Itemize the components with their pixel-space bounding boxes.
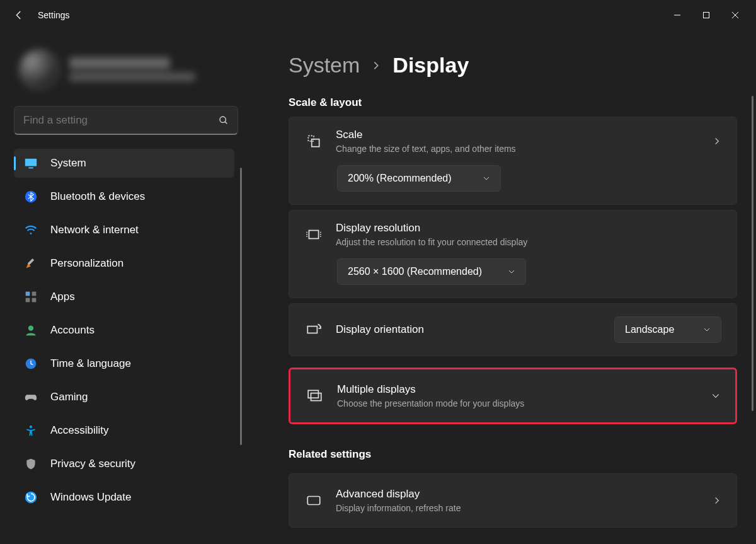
sidebar: System Bluetooth & devices Network & int… bbox=[0, 30, 252, 544]
card-multiple-displays[interactable]: Multiple displays Choose the presentatio… bbox=[289, 367, 737, 424]
svg-rect-19 bbox=[312, 139, 319, 147]
sidebar-item-label: Windows Update bbox=[50, 491, 226, 504]
card-advanced-display[interactable]: Advanced display Display information, re… bbox=[289, 473, 737, 528]
paintbrush-icon bbox=[24, 257, 38, 270]
orientation-dropdown[interactable]: Landscape bbox=[614, 316, 721, 343]
card-orientation: Display orientation Landscape bbox=[289, 303, 737, 356]
card-subtitle: Adjust the resolution to fit your connec… bbox=[336, 237, 721, 247]
profile-email bbox=[69, 72, 195, 81]
sidebar-item-label: Accessibility bbox=[50, 424, 226, 437]
svg-rect-21 bbox=[307, 327, 317, 333]
profile-text bbox=[69, 57, 195, 81]
chevron-right-icon bbox=[713, 496, 721, 505]
search-box[interactable] bbox=[14, 106, 238, 135]
sidebar-item-accounts[interactable]: Accounts bbox=[14, 316, 234, 345]
title-bar: Settings bbox=[0, 0, 756, 30]
sidebar-item-network[interactable]: Network & internet bbox=[14, 216, 234, 245]
sidebar-item-label: Privacy & security bbox=[50, 458, 226, 470]
sidebar-item-label: Network & internet bbox=[50, 224, 226, 236]
svg-rect-11 bbox=[26, 292, 30, 296]
sidebar-item-gaming[interactable]: Gaming bbox=[14, 383, 234, 412]
scale-dropdown[interactable]: 200% (Recommended) bbox=[337, 165, 501, 192]
section-scale-layout-label: Scale & layout bbox=[289, 96, 737, 109]
chevron-right-icon bbox=[713, 137, 721, 146]
sidebar-item-update[interactable]: Windows Update bbox=[14, 483, 234, 512]
bluetooth-icon bbox=[24, 190, 38, 204]
card-title: Display resolution bbox=[336, 222, 721, 234]
sidebar-item-label: Personalization bbox=[50, 257, 226, 270]
chevron-down-icon bbox=[483, 175, 490, 182]
chevron-right-icon bbox=[371, 61, 381, 71]
card-subtitle: Choose the presentation mode for your di… bbox=[337, 398, 699, 408]
dropdown-value: 2560 × 1600 (Recommended) bbox=[348, 266, 482, 277]
svg-rect-10 bbox=[28, 258, 34, 265]
card-title: Scale bbox=[336, 129, 700, 141]
sidebar-item-accessibility[interactable]: Accessibility bbox=[14, 416, 234, 445]
sidebar-item-privacy[interactable]: Privacy & security bbox=[14, 449, 234, 478]
apps-icon bbox=[24, 290, 38, 304]
svg-point-17 bbox=[30, 425, 32, 428]
chevron-down-icon bbox=[711, 391, 720, 400]
sidebar-item-label: Gaming bbox=[50, 391, 226, 403]
sidebar-item-label: System bbox=[50, 157, 226, 170]
svg-rect-24 bbox=[307, 497, 320, 505]
content-scrollbar-thumb[interactable] bbox=[752, 96, 753, 411]
svg-rect-14 bbox=[32, 298, 37, 303]
sidebar-item-time[interactable]: Time & language bbox=[14, 349, 234, 378]
update-icon bbox=[24, 490, 38, 504]
svg-line-5 bbox=[225, 122, 227, 124]
svg-rect-6 bbox=[25, 159, 37, 166]
chevron-down-icon bbox=[703, 326, 711, 333]
close-button[interactable] bbox=[721, 5, 750, 25]
app-body: System Bluetooth & devices Network & int… bbox=[0, 30, 756, 544]
chevron-down-icon bbox=[508, 268, 515, 275]
svg-point-4 bbox=[220, 117, 226, 122]
monitor-icon bbox=[24, 156, 38, 170]
sidebar-item-bluetooth[interactable]: Bluetooth & devices bbox=[14, 182, 234, 211]
card-subtitle: Display information, refresh rate bbox=[336, 503, 700, 513]
sidebar-scrollbar-thumb[interactable] bbox=[240, 168, 242, 445]
app-title: Settings bbox=[38, 10, 70, 20]
sidebar-item-label: Bluetooth & devices bbox=[50, 190, 226, 203]
gamepad-icon bbox=[24, 390, 38, 404]
sidebar-item-apps[interactable]: Apps bbox=[14, 282, 234, 311]
back-button[interactable] bbox=[6, 3, 32, 28]
svg-rect-20 bbox=[309, 231, 318, 239]
shield-icon bbox=[24, 457, 38, 471]
search-input[interactable] bbox=[23, 114, 229, 127]
profile-name bbox=[69, 57, 170, 69]
dropdown-value: Landscape bbox=[625, 324, 674, 335]
resolution-dropdown[interactable]: 2560 × 1600 (Recommended) bbox=[337, 258, 526, 285]
section-related-label: Related settings bbox=[289, 448, 737, 461]
avatar bbox=[19, 49, 59, 90]
minimize-button[interactable] bbox=[663, 5, 692, 25]
breadcrumb-current: Display bbox=[392, 53, 469, 78]
person-icon bbox=[24, 323, 38, 337]
svg-rect-22 bbox=[311, 393, 321, 401]
svg-rect-13 bbox=[26, 298, 30, 303]
card-resolution: Display resolution Adjust the resolution… bbox=[289, 210, 737, 298]
svg-rect-7 bbox=[28, 167, 33, 168]
advanced-display-icon bbox=[304, 492, 323, 509]
nav-list: System Bluetooth & devices Network & int… bbox=[14, 149, 238, 516]
dropdown-value: 200% (Recommended) bbox=[348, 173, 452, 184]
search-icon bbox=[219, 115, 229, 125]
window-controls bbox=[663, 5, 750, 25]
svg-rect-23 bbox=[308, 390, 318, 398]
card-scale[interactable]: Scale Change the size of text, apps, and… bbox=[289, 117, 737, 205]
sidebar-item-system[interactable]: System bbox=[14, 149, 234, 178]
svg-rect-1 bbox=[704, 13, 709, 18]
sidebar-item-label: Apps bbox=[50, 291, 226, 303]
maximize-button[interactable] bbox=[692, 5, 721, 25]
card-title: Advanced display bbox=[336, 488, 700, 501]
orientation-icon bbox=[304, 321, 323, 338]
card-title: Multiple displays bbox=[337, 383, 699, 396]
sidebar-item-personalization[interactable]: Personalization bbox=[14, 249, 234, 278]
breadcrumb-parent[interactable]: System bbox=[289, 53, 360, 78]
svg-point-9 bbox=[30, 233, 32, 234]
profile-area[interactable] bbox=[19, 49, 238, 90]
accessibility-icon bbox=[24, 424, 38, 437]
card-title: Display orientation bbox=[336, 323, 602, 336]
multiple-displays-icon bbox=[306, 388, 324, 404]
sidebar-item-label: Accounts bbox=[50, 324, 226, 337]
